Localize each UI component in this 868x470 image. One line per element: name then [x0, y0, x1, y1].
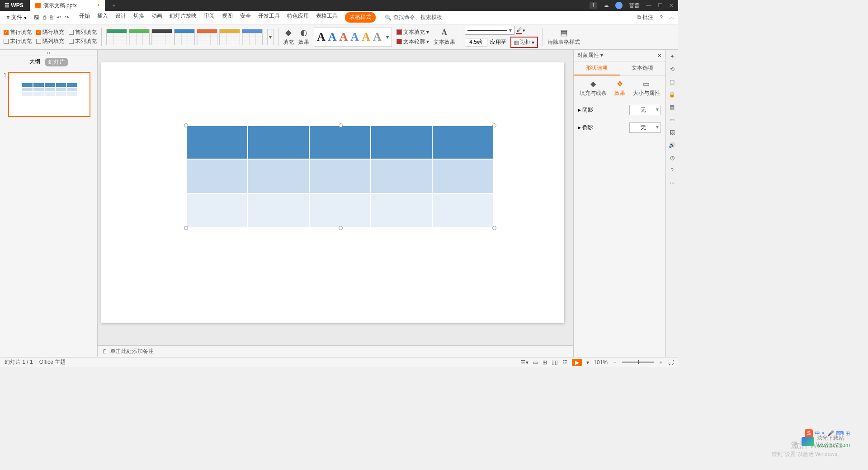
ribbon-tab-4[interactable]: 动画	[151, 12, 162, 23]
navigator-icon[interactable]: ⟲	[670, 66, 675, 72]
resize-handle[interactable]	[339, 123, 343, 127]
ribbon-tab-11[interactable]: 表格工具	[316, 12, 338, 23]
zoom-in-icon[interactable]: ＋	[658, 358, 664, 366]
history-icon[interactable]: ◷	[670, 155, 675, 161]
effect-button[interactable]: ◐效果	[298, 28, 309, 46]
clear-table-style-button[interactable]: ▤清除表格样式	[547, 28, 580, 46]
view-sorter-icon[interactable]: ⊞	[542, 359, 547, 366]
user-avatar[interactable]	[615, 2, 623, 9]
check-last_col[interactable]: 末列填充	[69, 38, 97, 45]
border-weight-input[interactable]: 4.5磅	[465, 38, 487, 47]
wordart-style-2[interactable]: A	[340, 30, 348, 44]
wordart-gallery[interactable]: AAAAAA▾	[314, 28, 392, 47]
slide-thumbnail[interactable]	[8, 72, 90, 117]
zoom-out-icon[interactable]: －	[612, 358, 618, 366]
file-menu[interactable]: ≡ 文件 ▾	[4, 13, 29, 22]
view-presenter-icon[interactable]: ☳	[562, 359, 567, 366]
ribbon-tab-8[interactable]: 安全	[240, 12, 251, 23]
layers-icon[interactable]: ▤	[670, 104, 675, 110]
shape-options-tab[interactable]: 形状选项	[574, 61, 620, 75]
collapse-ribbon-icon[interactable]: ︿	[669, 14, 675, 21]
table-style-2[interactable]	[151, 29, 172, 45]
ribbon-tab-2[interactable]: 设计	[115, 12, 126, 23]
table-style-5[interactable]	[219, 29, 240, 45]
view-reading-icon[interactable]: ▯▯	[552, 359, 558, 366]
reflection-select[interactable]: 无	[629, 122, 661, 133]
resize-handle[interactable]	[339, 226, 343, 230]
wordart-style-button[interactable]: A文本效果	[434, 28, 455, 46]
close-button[interactable]: ✕	[669, 2, 674, 9]
slideshow-button[interactable]: ▶	[572, 359, 582, 366]
ribbon-tab-10[interactable]: 特色应用	[287, 12, 309, 23]
table-style-0[interactable]	[106, 29, 127, 45]
wordart-style-1[interactable]: A	[328, 30, 337, 44]
resize-handle[interactable]	[492, 226, 496, 230]
selected-table[interactable]	[186, 126, 494, 228]
view-normal-icon[interactable]: ▭	[533, 359, 538, 366]
check-banded_row[interactable]: ✓隔行填充	[36, 28, 64, 36]
ribbon-tab-7[interactable]: 视图	[222, 12, 233, 23]
wordart-style-0[interactable]: A	[317, 30, 326, 44]
more-icon[interactable]: ⋯	[670, 180, 675, 186]
zoom-level[interactable]: 101%	[594, 359, 608, 366]
undo-icon[interactable]: ↶	[57, 14, 61, 21]
shadow-select[interactable]: 无	[629, 105, 661, 115]
table-style-6[interactable]	[242, 29, 263, 45]
ribbon-tab-3[interactable]: 切换	[133, 12, 144, 23]
resize-handle[interactable]	[492, 123, 496, 127]
document-tab[interactable]: 演示文稿.pptx •	[30, 0, 105, 11]
image-icon[interactable]: 🖼	[670, 129, 675, 136]
gallery-more-button[interactable]: ▾	[267, 29, 274, 45]
ribbon-tab-1[interactable]: 插入	[97, 12, 108, 23]
check-first_row[interactable]: ✓首行填充	[4, 28, 32, 36]
border-line-style[interactable]: ▾	[465, 26, 514, 35]
text-fill-button[interactable]: 文本填充 ▾	[396, 28, 429, 36]
size-subtab[interactable]: ▭大小与属性	[633, 80, 660, 97]
wordart-style-4[interactable]: A	[362, 30, 370, 44]
command-search[interactable]: 🔍 查找命令、搜索模板	[385, 14, 442, 21]
ribbon-tab-5[interactable]: 幻灯片放映	[170, 12, 197, 23]
help-icon[interactable]: ?	[660, 14, 663, 21]
close-panel-icon[interactable]: ✕	[657, 52, 662, 59]
table-style-3[interactable]	[174, 29, 195, 45]
ribbon-tab-0[interactable]: 开始	[79, 12, 90, 23]
check-last_row[interactable]: 末行填充	[4, 38, 32, 45]
print-preview-icon[interactable]: ⎘	[50, 14, 53, 21]
effect-subtab[interactable]: ❖效果	[614, 80, 625, 97]
notes-bar[interactable]: 🗒 单击此处添加备注	[98, 345, 573, 357]
minimize-button[interactable]: —	[646, 2, 651, 9]
collapse-panel-button[interactable]: ‹‹	[0, 50, 97, 56]
print-icon[interactable]: ⎙	[43, 14, 46, 21]
save-icon[interactable]: 🖫	[34, 14, 39, 21]
text-options-tab[interactable]: 文本选项	[620, 61, 666, 75]
wordart-more[interactable]: ▾	[384, 34, 389, 40]
ruler-icon[interactable]: ▭	[670, 117, 675, 123]
lock-icon[interactable]: 🔒	[669, 91, 675, 98]
ribbon-tab-9[interactable]: 开发工具	[258, 12, 280, 23]
select-icon[interactable]: ◫	[670, 79, 675, 85]
check-first_col[interactable]: 首列填充	[69, 28, 97, 36]
resize-handle[interactable]	[184, 226, 188, 230]
table-style-gallery[interactable]	[106, 29, 263, 45]
annotate-button[interactable]: ⧉ 批注	[637, 14, 653, 21]
text-outline-button[interactable]: 文本轮廓 ▾	[396, 38, 429, 46]
slides-tab[interactable]: 幻灯片	[45, 58, 68, 66]
sound-icon[interactable]: 🔊	[669, 142, 675, 148]
help-icon[interactable]: ?	[670, 167, 674, 174]
resize-handle[interactable]	[184, 123, 188, 127]
check-banded_col[interactable]: 隔列填充	[36, 38, 64, 45]
border-apply-button[interactable]: ▦ 边框 ▾	[510, 37, 538, 48]
fill-button[interactable]: ◆填充	[283, 28, 294, 46]
slideshow-more[interactable]: ▾	[586, 359, 589, 366]
zoom-slider[interactable]	[622, 362, 654, 363]
notes-toggle-icon[interactable]: ☰▾	[521, 359, 528, 366]
table-style-4[interactable]	[197, 29, 217, 45]
new-tab-button[interactable]: ＋	[105, 2, 123, 9]
ai-icon[interactable]: ✦	[670, 53, 675, 60]
fit-icon[interactable]: ⛶	[668, 359, 674, 366]
outline-tab[interactable]: 大纲	[29, 58, 40, 66]
notification-badge[interactable]: 1	[590, 2, 597, 9]
ribbon-tab-6[interactable]: 审阅	[204, 12, 215, 23]
cloud-icon[interactable]: ☁	[604, 2, 609, 9]
border-color-button[interactable]: 🖉▾	[516, 27, 525, 34]
